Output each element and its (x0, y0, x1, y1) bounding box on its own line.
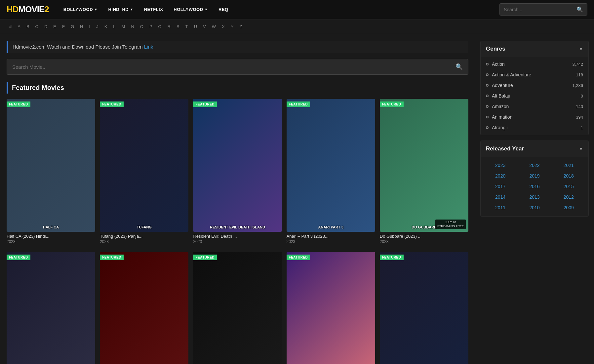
featured-badge: FEATURED (7, 101, 30, 107)
movie-card-row1-3[interactable]: FEATUREDANARI PART 3Anari – Part 3 (2023… (287, 99, 375, 244)
featured-movies-row2: FEATUREDMIKUSMikus (2023)...2023FEATURED… (7, 252, 468, 364)
movie-year: 2023 (100, 239, 188, 244)
alpha-y[interactable]: Y (228, 23, 236, 30)
alpha-x[interactable]: X (219, 23, 227, 30)
alpha-q[interactable]: Q (156, 23, 164, 30)
year-item-2017[interactable]: 2017 (483, 181, 517, 192)
header-search-button[interactable]: 🔍 (573, 4, 587, 15)
year-item-2016[interactable]: 2016 (517, 181, 551, 192)
movie-card-row2-3[interactable]: FEATUREDJANKI BODIWALA TRAPPED IN...2023 (287, 252, 375, 364)
year-item-2013[interactable]: 2013 (517, 192, 551, 202)
alpha-#[interactable]: # (7, 23, 14, 30)
nav-hindihd[interactable]: HINDI HD ▼ (103, 4, 138, 15)
year-item-2020[interactable]: 2020 (483, 171, 517, 181)
year-item-2012[interactable]: 2012 (552, 192, 586, 202)
year-item-2014[interactable]: 2014 (483, 192, 517, 202)
nav-hollywood[interactable]: HOLLYWOOD ▼ (169, 4, 213, 15)
movie-search-input[interactable] (7, 60, 450, 74)
nav-bollywood[interactable]: BOLLYWOOD ▼ (59, 4, 102, 15)
genres-widget: Genres ▼ Action3,742Action & Adventure11… (480, 41, 589, 135)
featured-badge: FEATURED (287, 101, 310, 107)
alpha-m[interactable]: M (119, 23, 128, 30)
nav-netflix[interactable]: NETFLIX (139, 4, 168, 15)
year-item-2009[interactable]: 2009 (552, 202, 586, 213)
movie-thumb-row2-0: FEATUREDMIKUS (7, 252, 95, 364)
alpha-o[interactable]: O (138, 23, 146, 30)
movie-thumb-row1-3: FEATUREDANARI PART 3 (287, 99, 375, 232)
date-badge: JULY 20STREAMING FREE (435, 220, 466, 229)
nav-req[interactable]: REQ (214, 4, 233, 15)
genre-item-0[interactable]: Action3,742 (481, 59, 588, 69)
year-item-2010[interactable]: 2010 (517, 202, 551, 213)
header-search-input[interactable] (500, 4, 573, 15)
main-content: Hdmovie2.com Watch and Download Please J… (0, 34, 475, 364)
alpha-i[interactable]: I (87, 23, 93, 30)
year-item-2018[interactable]: 2018 (552, 171, 586, 181)
genre-dot-icon (486, 126, 489, 129)
year-item-2023[interactable]: 2023 (483, 160, 517, 171)
movie-card-row2-1[interactable]: FEATURED...2023 (100, 252, 188, 364)
movie-card-row1-1[interactable]: FEATUREDTUFANGTufang (2023) Panja...2023 (100, 99, 188, 244)
year-item-2022[interactable]: 2022 (517, 160, 551, 171)
alpha-w[interactable]: W (209, 23, 218, 30)
genre-item-5[interactable]: Animation394 (481, 112, 588, 122)
movie-thumb-row1-0: FEATUREDHALF CA (7, 99, 95, 232)
alpha-g[interactable]: G (68, 23, 77, 30)
genre-item-2[interactable]: Adventure1,236 (481, 80, 588, 91)
year-item-2021[interactable]: 2021 (552, 160, 586, 171)
movie-thumb-label: TUFANG (137, 225, 152, 229)
genres-arrow-icon: ▼ (579, 47, 583, 52)
movie-thumb-label: RESIDENT EVIL DEATH ISLAND (210, 225, 265, 229)
year-item-2015[interactable]: 2015 (552, 181, 586, 192)
genre-item-4[interactable]: Amazon140 (481, 101, 588, 112)
main-nav: BOLLYWOOD ▼ HINDI HD ▼ NETFLIX HOLLYWOOD… (59, 4, 493, 15)
movie-title: Do Gubbare (2023) ... (380, 234, 468, 239)
featured-badge: FEATURED (193, 101, 217, 107)
movie-year: 2023 (193, 239, 282, 244)
year-item-2011[interactable]: 2011 (483, 202, 517, 213)
alpha-e[interactable]: E (51, 23, 59, 30)
alpha-z[interactable]: Z (237, 23, 245, 30)
alpha-v[interactable]: V (200, 23, 209, 30)
movie-card-row2-4[interactable]: FEATURED...2023 (380, 252, 468, 364)
alpha-s[interactable]: S (174, 23, 182, 30)
genre-count: 394 (576, 115, 583, 120)
alpha-k[interactable]: K (102, 23, 110, 30)
genre-item-1[interactable]: Action & Adventure118 (481, 69, 588, 80)
alpha-b[interactable]: B (24, 23, 32, 30)
movie-card-row1-0[interactable]: FEATUREDHALF CAHalf CA (2023) Hindi...20… (7, 99, 95, 244)
alpha-d[interactable]: D (42, 23, 50, 30)
movie-thumb-row2-1: FEATURED (100, 252, 188, 364)
genre-dot-icon (486, 105, 489, 108)
alpha-n[interactable]: N (128, 23, 137, 30)
logo[interactable]: HDMOVIE2 (7, 4, 49, 15)
genre-count: 0 (581, 94, 583, 99)
year-item-2019[interactable]: 2019 (517, 171, 551, 181)
movie-card-row2-2[interactable]: FEATUREDRAANGIRaangi (2023)...2023 (193, 252, 282, 364)
genre-item-6[interactable]: Atrangii1 (481, 122, 588, 133)
movie-card-row1-4[interactable]: FEATUREDDO GUBBAREJULY 20STREAMING FREED… (380, 99, 468, 244)
alpha-t[interactable]: T (183, 23, 191, 30)
released-year-widget: Released Year ▼ 202320222021202020192018… (480, 141, 589, 217)
movie-card-row2-0[interactable]: FEATUREDMIKUSMikus (2023)...2023 (7, 252, 95, 364)
alpha-r[interactable]: R (165, 23, 173, 30)
alpha-p[interactable]: P (147, 23, 155, 30)
released-year-arrow-icon: ▼ (579, 146, 583, 151)
genre-item-3[interactable]: Alt Balaji0 (481, 91, 588, 101)
movie-search-button[interactable]: 🔍 (450, 59, 468, 74)
alpha-j[interactable]: J (94, 23, 101, 30)
alpha-l[interactable]: L (110, 23, 118, 30)
alpha-c[interactable]: C (33, 23, 41, 30)
banner-text: Hdmovie2.com Watch and Download Please J… (13, 44, 144, 50)
hindihd-dropdown-arrow: ▼ (130, 8, 133, 11)
banner-link[interactable]: Link (144, 44, 153, 50)
released-year-header[interactable]: Released Year ▼ (481, 141, 588, 157)
genre-count: 3,742 (572, 62, 583, 67)
alpha-u[interactable]: U (191, 23, 200, 30)
alpha-h[interactable]: H (77, 23, 86, 30)
movie-title: Resident Evil: Death ... (193, 234, 282, 239)
movie-card-row1-2[interactable]: FEATUREDRESIDENT EVIL DEATH ISLANDReside… (193, 99, 282, 244)
alpha-a[interactable]: A (15, 23, 23, 30)
genres-widget-header[interactable]: Genres ▼ (481, 41, 588, 57)
alpha-f[interactable]: F (59, 23, 67, 30)
